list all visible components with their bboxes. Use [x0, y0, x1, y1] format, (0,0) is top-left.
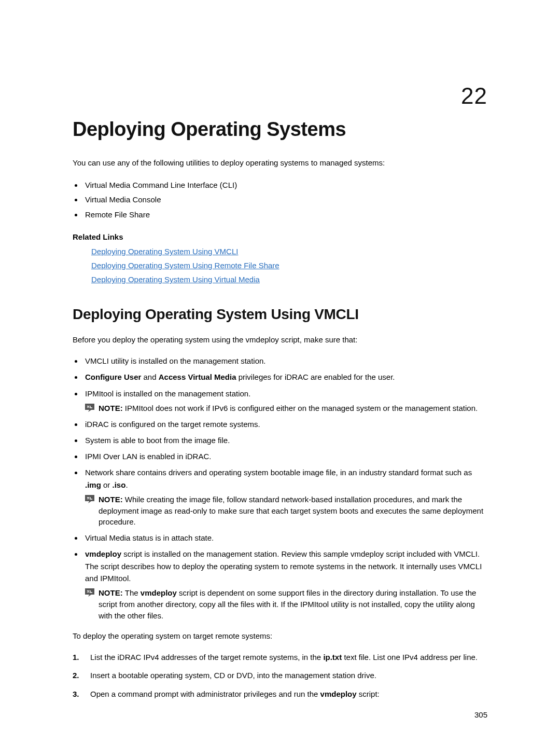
text: The: [125, 588, 141, 597]
bold-text: vmdeploy: [141, 588, 177, 597]
text: IPMItool is installed on the management …: [85, 389, 250, 398]
section-intro: Before you deploy the operating system u…: [73, 334, 487, 346]
svg-marker-2: [85, 588, 94, 597]
related-links-block: Deploying Operating System Using VMCLI D…: [73, 244, 487, 286]
list-item: Virtual Media Console: [83, 192, 487, 208]
bold-text: .iso: [113, 480, 126, 489]
prerequisites-list: VMCLI utility is installed on the manage…: [73, 355, 487, 621]
note-icon: [85, 588, 94, 597]
text: Open a command prompt with administrator…: [90, 690, 320, 698]
note-callout: NOTE: While creating the image file, fol…: [85, 494, 487, 528]
note-text: NOTE: IPMItool does not work if IPv6 is …: [99, 403, 487, 414]
related-link[interactable]: Deploying Operating System Using Virtual…: [91, 275, 260, 284]
bold-text: ip.txt: [323, 653, 342, 662]
note-callout: NOTE: IPMItool does not work if IPv6 is …: [85, 403, 487, 414]
list-item: iDRAC is configured on the target remote…: [83, 418, 487, 430]
text: and: [141, 373, 158, 381]
list-item: System is able to boot from the image fi…: [83, 434, 487, 446]
list-item: IPMI Over LAN is enabled in iDRAC.: [83, 450, 487, 462]
text: or: [101, 480, 113, 489]
list-item: IPMItool is installed on the management …: [83, 388, 487, 414]
note-icon: [85, 404, 94, 412]
step-item: Insert a bootable operating system, CD o…: [73, 669, 487, 681]
deploy-intro: To deploy the operating system on target…: [73, 630, 487, 642]
text: IPMItool does not work if IPv6 is config…: [125, 404, 478, 412]
utilities-list: Virtual Media Command Line Interface (CL…: [73, 178, 487, 223]
text: privileges for iDRAC are enabled for the…: [236, 373, 395, 381]
note-icon: [85, 495, 94, 503]
note-text: NOTE: While creating the image file, fol…: [99, 494, 487, 528]
chapter-number: 22: [73, 83, 487, 109]
text: script is installed on the management st…: [85, 549, 482, 583]
related-links-heading: Related Links: [73, 232, 487, 241]
step-item: List the iDRAC IPv4 addresses of the tar…: [73, 651, 487, 663]
list-item: Remote File Share: [83, 208, 487, 223]
svg-marker-1: [85, 495, 94, 503]
note-label: NOTE:: [99, 495, 125, 504]
bold-text: vmdeploy: [320, 690, 357, 698]
page-number: 305: [474, 710, 487, 719]
text: .: [125, 480, 128, 489]
list-item: Virtual Media status is in attach state.: [83, 532, 487, 544]
bold-text: Configure User: [85, 373, 141, 381]
related-link[interactable]: Deploying Operating System Using VMCLI: [91, 247, 238, 256]
text: List the iDRAC IPv4 addresses of the tar…: [90, 653, 323, 662]
text: script:: [357, 690, 380, 698]
bold-text: vmdeploy: [85, 549, 121, 558]
note-text: NOTE: The vmdeploy script is dependent o…: [99, 587, 487, 621]
list-item: VMCLI utility is installed on the manage…: [83, 355, 487, 367]
list-item: vmdeploy script is installed on the mana…: [83, 548, 487, 621]
bold-text: Access Virtual Media: [159, 373, 236, 381]
intro-paragraph: You can use any of the following utiliti…: [73, 157, 487, 169]
text: text file. List one IPv4 address per lin…: [342, 653, 478, 662]
page-title: Deploying Operating Systems: [73, 118, 487, 141]
section-heading: Deploying Operating System Using VMCLI: [73, 306, 487, 323]
note-callout: NOTE: The vmdeploy script is dependent o…: [85, 587, 487, 621]
svg-marker-0: [85, 404, 94, 412]
deploy-steps: List the iDRAC IPv4 addresses of the tar…: [73, 651, 487, 700]
note-label: NOTE:: [99, 588, 125, 597]
step-item: Open a command prompt with administrator…: [73, 688, 487, 700]
list-item: Configure User and Access Virtual Media …: [83, 371, 487, 383]
note-label: NOTE:: [99, 404, 125, 412]
text: While creating the image file, follow st…: [99, 495, 483, 527]
related-link[interactable]: Deploying Operating System Using Remote …: [91, 261, 279, 270]
bold-text: .img: [85, 480, 101, 489]
text: Network share contains drivers and opera…: [85, 468, 472, 477]
list-item: Network share contains drivers and opera…: [83, 466, 487, 528]
list-item: Virtual Media Command Line Interface (CL…: [83, 178, 487, 193]
